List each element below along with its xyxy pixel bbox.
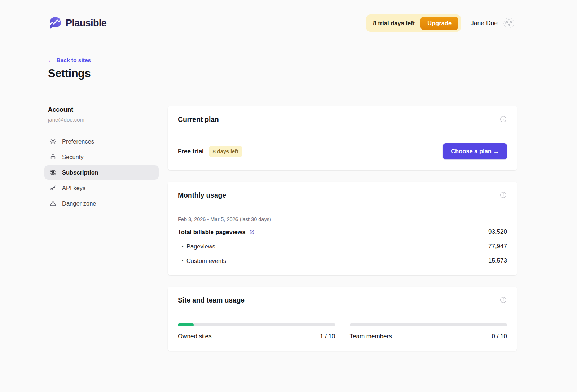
pageviews-label: Pageviews	[186, 243, 215, 250]
custom-events-label: Custom events	[186, 257, 226, 264]
card-divider	[178, 207, 507, 207]
sidebar-item-api-keys[interactable]: API keys	[44, 181, 159, 195]
owned-sites-meter: Owned sites 1 / 10	[178, 323, 335, 340]
team-members-progress-track	[350, 323, 507, 326]
avatar[interactable]	[503, 17, 515, 29]
usage-period: Feb 3, 2026 - Mar 5, 2026 (last 30 days)	[178, 216, 507, 222]
settings-sidebar: Account jane@doe.com Preferences	[48, 106, 159, 362]
trial-pill: 8 trial days left Upgrade	[366, 14, 461, 32]
subscription-dollar-icon	[49, 169, 57, 176]
user-name: Jane Doe	[471, 19, 498, 27]
plausible-logo[interactable]: Plausible	[48, 16, 106, 30]
custom-events-row: • Custom events 15,573	[178, 257, 507, 264]
sidebar-item-label: Danger zone	[62, 200, 96, 207]
sidebar-item-label: Preferences	[62, 138, 94, 145]
sidebar-item-label: Subscription	[62, 169, 98, 176]
sidebar-nav: Preferences Security	[44, 134, 159, 211]
monthly-usage-title: Monthly usage	[178, 191, 226, 199]
trial-days-text: 8 trial days left	[373, 20, 415, 27]
pageviews-row: • Pageviews 77,947	[178, 243, 507, 250]
current-plan-card: Current plan Free trial 8 days left Choo…	[168, 106, 517, 170]
card-divider	[178, 131, 507, 131]
info-icon[interactable]	[499, 296, 507, 304]
monthly-usage-card: Monthly usage Feb 3, 2026 - Mar 5, 2026 …	[168, 182, 517, 275]
account-email: jane@doe.com	[48, 116, 159, 123]
back-arrow-icon: ←	[48, 57, 54, 63]
lock-icon	[49, 153, 57, 160]
info-icon[interactable]	[499, 115, 507, 123]
sidebar-section-title: Account	[48, 106, 159, 114]
plan-name: Free trial	[178, 148, 204, 155]
team-members-meter: Team members 0 / 10	[350, 323, 507, 340]
owned-sites-label: Owned sites	[178, 333, 212, 340]
owned-sites-progress-track	[178, 323, 335, 326]
bullet-icon: •	[180, 244, 185, 249]
header-right: 8 trial days left Upgrade Jane Doe	[366, 14, 515, 32]
bullet-icon: •	[180, 258, 185, 264]
site-team-usage-title: Site and team usage	[178, 296, 245, 304]
external-link-icon[interactable]	[249, 229, 255, 235]
gear-icon	[49, 138, 57, 145]
settings-content: Current plan Free trial 8 days left Choo…	[168, 106, 517, 362]
back-link-label: Back to sites	[57, 57, 91, 63]
days-left-badge: 8 days left	[209, 146, 242, 157]
site-team-usage-card: Site and team usage Owned site	[168, 287, 517, 351]
user-menu[interactable]: Jane Doe	[471, 17, 515, 29]
current-plan-title: Current plan	[178, 115, 219, 124]
warning-triangle-icon	[49, 200, 57, 207]
sidebar-item-label: API keys	[62, 185, 85, 191]
card-divider	[178, 312, 507, 312]
info-icon[interactable]	[499, 191, 507, 199]
owned-sites-value: 1 / 10	[320, 333, 335, 340]
team-members-value: 0 / 10	[492, 333, 507, 340]
sidebar-item-danger-zone[interactable]: Danger zone	[44, 196, 159, 211]
total-billable-value: 93,520	[488, 228, 507, 235]
sidebar-item-subscription[interactable]: Subscription	[44, 165, 159, 180]
total-billable-row: Total billable pageviews 93,520	[178, 228, 507, 235]
team-members-label: Team members	[350, 333, 392, 340]
custom-events-value: 15,573	[488, 257, 507, 264]
owned-sites-progress-fill	[178, 323, 194, 326]
back-to-sites-link[interactable]: ← Back to sites	[48, 57, 91, 63]
sidebar-item-label: Security	[62, 154, 84, 160]
sidebar-item-security[interactable]: Security	[44, 150, 159, 164]
plausible-wordmark: Plausible	[66, 18, 106, 29]
sidebar-item-preferences[interactable]: Preferences	[44, 134, 159, 149]
plausible-logo-icon	[48, 16, 62, 30]
pageviews-value: 77,947	[488, 243, 507, 250]
total-billable-label: Total billable pageviews	[178, 229, 246, 235]
choose-plan-button[interactable]: Choose a plan →	[443, 143, 507, 159]
upgrade-button[interactable]: Upgrade	[420, 17, 458, 30]
page-divider	[48, 90, 517, 90]
page-title: Settings	[48, 67, 517, 80]
top-bar: Plausible 8 trial days left Upgrade Jane…	[0, 0, 577, 32]
key-icon	[49, 184, 57, 191]
